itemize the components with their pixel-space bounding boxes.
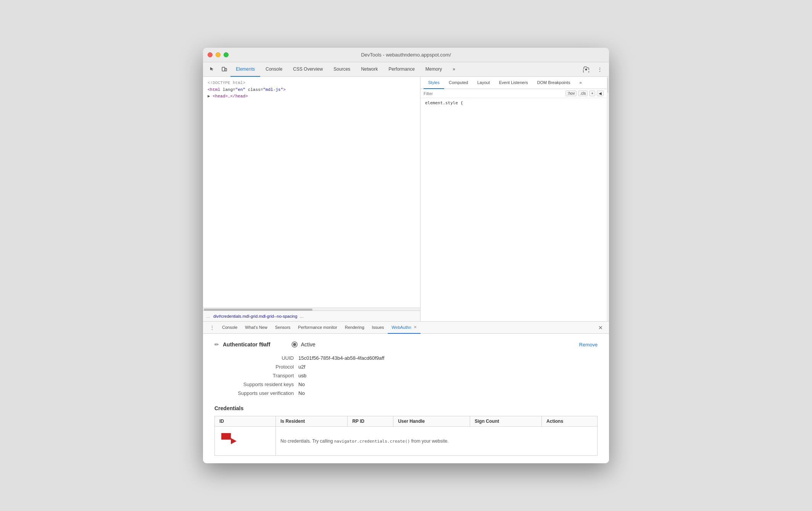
devtools-body: <!DOCTYPE html> <html lang= "en" class= …: [203, 77, 609, 321]
tab-webauthn[interactable]: WebAuthn ✕: [388, 322, 420, 334]
empty-credentials-row: No credentials. Try calling navigator.cr…: [215, 427, 598, 456]
tab-performance-monitor[interactable]: Performance monitor: [294, 322, 341, 334]
tab-overflow[interactable]: »: [447, 62, 461, 77]
tab-styles-overflow[interactable]: »: [575, 77, 586, 89]
elements-panel: <!DOCTYPE html> <html lang= "en" class= …: [203, 77, 420, 321]
tab-event-listeners[interactable]: Event Listeners: [495, 77, 533, 89]
scrollbar-thumb-right: [607, 78, 608, 93]
tab-styles[interactable]: Styles: [424, 77, 444, 89]
tab-dom-breakpoints[interactable]: DOM Breakpoints: [533, 77, 575, 89]
inspect-icon[interactable]: [206, 63, 218, 76]
devtools-right-icons: ⋮: [580, 63, 606, 76]
col-rp-id: RP ID: [348, 416, 393, 427]
user-verification-value: No: [298, 390, 305, 396]
user-verification-label: Supports user verification: [222, 390, 298, 396]
credentials-section: Credentials ID Is Resident RP ID User Ha…: [214, 405, 598, 456]
col-actions: Actions: [542, 416, 598, 427]
authenticator-header: ✏ Authenticator f9aff Active Remove: [214, 341, 598, 348]
scrollbar-thumb: [204, 309, 313, 311]
breadcrumb-more: …: [300, 314, 304, 319]
table-header-row: ID Is Resident RP ID User Handle Sign Co…: [215, 416, 598, 427]
active-radio-button[interactable]: [292, 341, 298, 348]
empty-message-suffix: from your website.: [410, 438, 448, 444]
svg-rect-1: [225, 68, 227, 71]
authenticator-details: UUID 15c01f56-785f-43b4-ab58-4facd60f9af…: [222, 355, 598, 396]
right-scrollbar[interactable]: [607, 77, 609, 321]
settings-icon[interactable]: [580, 63, 592, 76]
credentials-table-body: No credentials. Try calling navigator.cr…: [215, 427, 598, 456]
remove-link[interactable]: Remove: [579, 342, 598, 348]
tab-issues[interactable]: Issues: [368, 322, 388, 334]
doctype-text: <!DOCTYPE html>: [208, 80, 245, 87]
protocol-label: Protocol: [222, 364, 298, 370]
dom-tree[interactable]: <!DOCTYPE html> <html lang= "en" class= …: [203, 77, 420, 307]
tab-elements[interactable]: Elements: [230, 62, 260, 77]
detail-uuid: UUID 15c01f56-785f-43b4-ab58-4facd60f9af…: [222, 355, 598, 361]
bottom-drawer: ⋮ Console What's New Sensors Performance…: [203, 321, 609, 463]
filter-input[interactable]: [424, 91, 562, 96]
devtools-top-tabs: Elements Console CSS Overview Sources Ne…: [203, 62, 609, 77]
tab-whats-new[interactable]: What's New: [241, 322, 271, 334]
cls-button[interactable]: .cls: [578, 91, 588, 96]
active-radio-group: Active: [292, 341, 315, 348]
tab-memory[interactable]: Memory: [420, 62, 447, 77]
horizontal-scrollbar[interactable]: [203, 307, 420, 310]
tab-layout[interactable]: Layout: [473, 77, 495, 89]
tab-sensors[interactable]: Sensors: [271, 322, 294, 334]
col-sign-count: Sign Count: [470, 416, 542, 427]
close-webauthn-tab-icon[interactable]: ✕: [414, 325, 417, 329]
code-line-2: <html lang= "en" class= "mdl-js" >: [208, 87, 416, 94]
close-button[interactable]: [208, 52, 213, 57]
empty-message-prefix: No credentials. Try calling: [280, 438, 334, 444]
element-style: element.style {: [420, 98, 607, 108]
edit-icon[interactable]: ✏: [214, 341, 219, 348]
red-arrow-cell: [215, 427, 276, 456]
filter-bar: :hov .cls + ◀: [420, 89, 607, 98]
breadcrumb-ellipsis: …: [206, 314, 210, 319]
svg-rect-0: [222, 67, 225, 71]
credentials-table-head: ID Is Resident RP ID User Handle Sign Co…: [215, 416, 598, 427]
devtools-window: DevTools - webauthndemo.appspot.com/ Ele…: [203, 48, 609, 463]
uuid-label: UUID: [222, 355, 298, 361]
code-line-3: ▶ <head>…</head>: [208, 93, 416, 100]
resident-keys-value: No: [298, 382, 305, 387]
drawer-menu-icon[interactable]: ⋮: [206, 322, 218, 334]
col-user-handle: User Handle: [393, 416, 470, 427]
radio-inner: [293, 343, 296, 346]
hov-button[interactable]: :hov: [566, 91, 577, 96]
breadcrumb-bar: … div#credentials.mdl-grid.mdl-grid--no-…: [203, 310, 420, 321]
window-title: DevTools - webauthndemo.appspot.com/: [361, 52, 451, 58]
filter-buttons: :hov .cls + ◀: [566, 91, 604, 96]
tab-console[interactable]: Console: [260, 62, 288, 77]
credentials-table: ID Is Resident RP ID User Handle Sign Co…: [214, 416, 598, 456]
detail-transport: Transport usb: [222, 373, 598, 378]
empty-message-cell: No credentials. Try calling navigator.cr…: [276, 427, 598, 456]
close-drawer-icon[interactable]: ✕: [595, 325, 606, 331]
styles-tabs: Styles Computed Layout Event Listeners D…: [420, 77, 607, 89]
transport-value: usb: [298, 373, 306, 378]
red-arrow-icon: [219, 431, 238, 451]
tab-computed[interactable]: Computed: [444, 77, 473, 89]
tab-network[interactable]: Network: [356, 62, 383, 77]
empty-message-code: navigator.credentials.create(): [334, 439, 410, 444]
minimize-button[interactable]: [216, 52, 221, 57]
tab-console-drawer[interactable]: Console: [218, 322, 241, 334]
styles-panel: Styles Computed Layout Event Listeners D…: [420, 77, 607, 321]
add-style-button[interactable]: +: [589, 91, 595, 96]
uuid-value: 15c01f56-785f-43b4-ab58-4facd60f9aff: [298, 355, 384, 361]
tab-css-overview[interactable]: CSS Overview: [288, 62, 328, 77]
detail-user-verification: Supports user verification No: [222, 390, 598, 396]
drawer-tabs: ⋮ Console What's New Sensors Performance…: [203, 322, 609, 334]
toggle-sidebar-button[interactable]: ◀: [597, 91, 604, 96]
tab-performance[interactable]: Performance: [383, 62, 420, 77]
tab-rendering[interactable]: Rendering: [341, 322, 368, 334]
more-options-icon[interactable]: ⋮: [594, 63, 606, 76]
tab-sources[interactable]: Sources: [328, 62, 356, 77]
auth-title-group: ✏ Authenticator f9aff: [214, 341, 270, 348]
breadcrumb[interactable]: div#credentials.mdl-grid.mdl-grid--no-sp…: [213, 314, 297, 319]
detail-protocol: Protocol u2f: [222, 364, 598, 370]
title-bar: DevTools - webauthndemo.appspot.com/: [203, 48, 609, 62]
device-toolbar-icon[interactable]: [218, 63, 230, 76]
credentials-title: Credentials: [214, 405, 598, 411]
maximize-button[interactable]: [224, 52, 229, 57]
